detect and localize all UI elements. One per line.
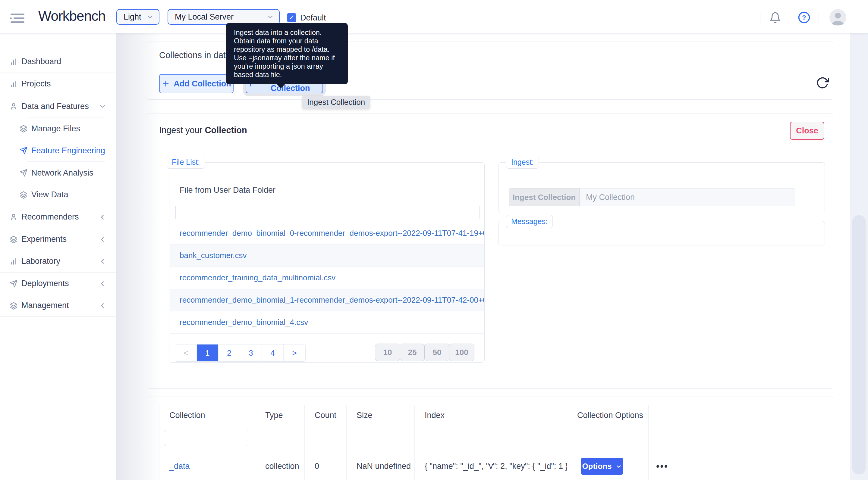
sidebar-item-view-data[interactable]: View Data: [0, 184, 116, 206]
column-header-collection: Collection: [159, 405, 255, 426]
column-header-actions: [649, 405, 676, 426]
scrollbar[interactable]: [850, 33, 868, 480]
column-header-count: Count: [305, 405, 347, 426]
cell-count: 0: [305, 450, 347, 480]
add-collection-button[interactable]: Add Collection: [159, 74, 234, 93]
pagination-prev[interactable]: <: [175, 344, 197, 362]
collection-filter-input[interactable]: [164, 430, 249, 446]
collection-name-input[interactable]: [580, 188, 795, 206]
ingest-tooltip: Ingest data into a collection. Obtain da…: [226, 23, 348, 84]
sidebar-item-laboratory[interactable]: Laboratory: [0, 250, 116, 273]
options-button[interactable]: Options: [581, 458, 623, 475]
messages-legend: Messages:: [506, 215, 553, 228]
chevron-down-icon: [267, 13, 274, 21]
notifications-bell-icon[interactable]: [769, 11, 781, 25]
ingest-legend: Ingest:: [506, 156, 539, 169]
theme-select[interactable]: Light: [116, 9, 159, 25]
avatar[interactable]: [830, 9, 846, 26]
svg-text:?: ?: [802, 14, 806, 22]
sidebar-item-label: Network Analysis: [31, 168, 93, 178]
header-divider: [31, 10, 31, 25]
user-icon: [9, 102, 18, 110]
pagination: < 1 2 3 4 >: [175, 344, 306, 362]
table-header-row: Collection Type Count Size Index Collect…: [159, 405, 676, 426]
send-icon: [19, 146, 28, 155]
bar-chart-icon: [9, 58, 18, 66]
bar-chart-icon: [9, 80, 18, 88]
chevron-left-icon: [98, 236, 106, 243]
sidebar-item-data-and-features[interactable]: Data and Features: [0, 95, 116, 117]
send-icon: [19, 169, 28, 177]
page-size-50[interactable]: 50: [424, 344, 450, 361]
pagination-page-1[interactable]: 1: [197, 344, 218, 362]
pagination-page-2[interactable]: 2: [218, 344, 240, 362]
file-list-item[interactable]: recommender_training_data_multinomial.cs…: [170, 267, 484, 289]
file-list-fieldset: File from User Data Folder recommender_d…: [169, 162, 485, 363]
file-list-item[interactable]: recommender_demo_binomial_4.csv: [170, 311, 484, 334]
ingest-panel: Ingest your Collection Close File from U…: [147, 113, 833, 389]
server-select[interactable]: My Local Server: [167, 9, 280, 25]
file-search-input[interactable]: [176, 205, 479, 220]
file-list-legend: File List:: [167, 156, 205, 169]
close-button[interactable]: Close: [790, 122, 824, 140]
sidebar-item-deployments[interactable]: Deployments: [0, 273, 116, 295]
file-table-header: File from User Data Folder: [169, 179, 484, 201]
sidebar-item-label: Manage Files: [31, 124, 80, 133]
bar-chart-icon: [9, 257, 18, 266]
sidebar-item-management[interactable]: Management: [0, 295, 116, 317]
file-list-item[interactable]: bank_customer.csv: [170, 244, 484, 267]
hamburger-menu-icon[interactable]: [10, 13, 25, 24]
sidebar-item-recommenders[interactable]: Recommenders: [0, 206, 116, 228]
chevron-left-icon: [98, 302, 106, 310]
column-header-size: Size: [347, 405, 415, 426]
sidebar-item-label: Deployments: [22, 279, 69, 288]
sidebar-item-dashboard[interactable]: Dashboard: [0, 50, 116, 73]
scrollbar-thumb[interactable]: [852, 215, 866, 474]
column-header-type: Type: [255, 405, 305, 426]
ingest-button-tooltip: Ingest Collection: [302, 96, 370, 109]
ingest-tooltip-text: Ingest data into a collection. Obtain da…: [234, 29, 335, 78]
sidebar-item-label: Experiments: [22, 235, 67, 244]
pagination-next[interactable]: >: [284, 344, 305, 362]
pagination-page-4[interactable]: 4: [262, 344, 284, 362]
sidebar-nav: Dashboard Projects Data and Features Man…: [0, 33, 116, 480]
page-size-10[interactable]: 10: [375, 344, 400, 361]
chevron-down-icon: [146, 13, 154, 21]
page-size-25[interactable]: 25: [400, 344, 425, 361]
pagination-page-3[interactable]: 3: [240, 344, 262, 362]
row-more-icon[interactable]: •••: [656, 461, 669, 472]
sidebar-item-feature-engineering[interactable]: Feature Engineering: [0, 139, 116, 162]
sidebar-item-label: Management: [22, 301, 69, 310]
file-list-item[interactable]: recommender_demo_binomial_0-recommender_…: [170, 222, 484, 244]
layers-icon: [9, 235, 18, 244]
sidebar-item-projects[interactable]: Projects: [0, 73, 116, 95]
refresh-icon[interactable]: [816, 76, 829, 91]
page-size-100[interactable]: 100: [449, 344, 474, 361]
help-icon[interactable]: ?: [798, 11, 811, 25]
ingest-collection-submit-button[interactable]: Ingest Collection: [509, 188, 580, 206]
sidebar-item-network-analysis[interactable]: Network Analysis: [0, 162, 116, 184]
theme-select-value: Light: [124, 12, 141, 22]
layers-icon: [19, 191, 28, 199]
column-header-index: Index: [415, 405, 567, 426]
send-icon: [9, 279, 18, 288]
ingest-panel-title: Ingest your Collection: [159, 125, 247, 135]
file-list-item[interactable]: recommender_demo_binomial_1-recommender_…: [170, 289, 484, 311]
cell-index: { "name": "_id_", "v": 2, "key": { "_id"…: [415, 450, 567, 480]
default-checkbox[interactable]: ✓: [287, 13, 296, 22]
collections-table: Collection Type Count Size Index Collect…: [159, 405, 676, 480]
table-filter-row: [159, 426, 676, 450]
sidebar-item-label: Dashboard: [22, 57, 61, 66]
cell-size: NaN undefined: [347, 450, 415, 480]
sidebar-item-label: View Data: [31, 190, 68, 199]
column-header-collection-options: Collection Options: [567, 405, 649, 426]
page-size-buttons: 10 25 50 100: [375, 344, 474, 361]
sidebar-item-experiments[interactable]: Experiments: [0, 228, 116, 250]
collections-table-card: Collection Type Count Size Index Collect…: [147, 397, 833, 480]
sidebar-item-label: Feature Engineering: [31, 146, 105, 156]
sidebar-item-manage-files[interactable]: Manage Files: [0, 117, 116, 140]
add-collection-label: Add Collection: [174, 79, 231, 89]
server-select-value: My Local Server: [175, 12, 234, 22]
table-row: _data collection 0 NaN undefined { "name…: [159, 450, 676, 480]
collection-link[interactable]: _data: [169, 461, 190, 471]
